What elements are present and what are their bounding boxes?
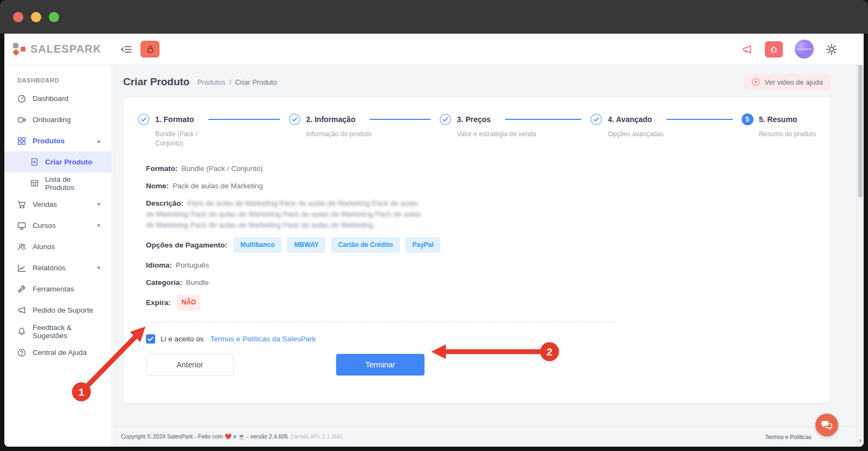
summary-idioma: Idioma: Português bbox=[146, 260, 816, 270]
scrollbar-thumb[interactable] bbox=[858, 46, 863, 198]
step-label: 3. Preços bbox=[457, 115, 490, 124]
previous-button[interactable]: Anterior bbox=[146, 354, 234, 376]
announcements-button[interactable] bbox=[742, 44, 753, 55]
grid-icon bbox=[17, 137, 26, 145]
salespark-logo[interactable]: SALESPARK bbox=[4, 42, 112, 56]
chat-bubbles-icon bbox=[821, 420, 833, 430]
step-connector bbox=[666, 119, 733, 120]
summary-pagamento: Opções de Pagamento: Multibanco MBWAY Ca… bbox=[146, 237, 816, 253]
breadcrumb-parent[interactable]: Produtos bbox=[197, 78, 225, 86]
question-circle-icon bbox=[17, 348, 26, 357]
help-video-label: Ver video de ajuda bbox=[764, 78, 823, 86]
scrollbar-down-arrow[interactable]: ▼ bbox=[857, 439, 864, 443]
breadcrumb: Produtos / Criar Produto bbox=[197, 78, 277, 86]
wizard-actions: Anterior Terminar bbox=[146, 354, 615, 376]
chevron-down-icon: ▼ bbox=[96, 265, 101, 271]
window-scrollbar[interactable]: ▲ ▼ bbox=[857, 34, 864, 447]
wrench-icon bbox=[17, 285, 26, 294]
sidebar-item-onboarding[interactable]: Onboarding bbox=[4, 109, 111, 130]
footer-terms-link[interactable]: Termos e Políticas bbox=[765, 434, 812, 440]
step-formato-header[interactable]: 1. Formato bbox=[138, 113, 289, 125]
main-content: Criar Produto Produtos / Criar Produto V… bbox=[112, 65, 857, 447]
summary-categoria: Categoria: Bundle bbox=[146, 277, 816, 288]
gauge-icon bbox=[17, 94, 26, 103]
summary-descricao: Descrição:Pack de aulas de Marketing Pac… bbox=[146, 198, 428, 231]
sidebar-item-feedback-sugestoes[interactable]: Feedback & Sugestões bbox=[4, 321, 111, 342]
finish-button[interactable]: Terminar bbox=[336, 354, 425, 376]
field-label: Opções de Pagamento: bbox=[146, 240, 227, 250]
sidebar-item-vendas[interactable]: Vendas ▼ bbox=[4, 194, 111, 215]
payment-badge-mbway: MBWAY bbox=[287, 237, 326, 253]
monitor-icon bbox=[17, 221, 26, 230]
file-plus-icon bbox=[30, 158, 39, 166]
megaphone-icon bbox=[17, 306, 26, 315]
bell-icon bbox=[17, 327, 26, 336]
wizard-stepper: 1. Formato Bundle (Pack / Conjunto) 2. I… bbox=[138, 113, 816, 148]
chevron-down-icon: ▼ bbox=[96, 223, 101, 228]
maximize-window-button[interactable] bbox=[49, 12, 59, 22]
lock-button[interactable] bbox=[141, 41, 159, 58]
step-connector bbox=[208, 119, 280, 120]
step-connector bbox=[505, 119, 582, 120]
step-resumo-header[interactable]: 5 5. Resumo bbox=[742, 113, 816, 125]
user-avatar[interactable]: SALESPARK bbox=[795, 40, 814, 59]
sidebar-item-alunos[interactable]: Alunos bbox=[4, 236, 111, 257]
sidebar-item-central-de-ajuda[interactable]: Central de Ajuda bbox=[4, 342, 111, 363]
summary-expira: Expira: NÃO bbox=[146, 295, 816, 310]
sidebar-item-label: Alunos bbox=[33, 243, 55, 251]
page-title: Criar Produto bbox=[123, 76, 189, 88]
sidebar-item-label: Vendas bbox=[33, 200, 57, 208]
video-icon bbox=[17, 116, 26, 124]
sidebar-item-relatorios[interactable]: Relatórios ▼ bbox=[4, 257, 111, 278]
field-value: Bundle bbox=[186, 277, 209, 288]
step-label: 2. Informação bbox=[306, 115, 355, 124]
sidebar-item-criar-produto[interactable]: Criar Produto bbox=[4, 151, 111, 173]
step-avancado: 4. Avançado Opções avançadas bbox=[590, 113, 741, 139]
minimize-window-button[interactable] bbox=[31, 12, 41, 22]
sidebar-item-label: Feedback & Sugestões bbox=[33, 323, 101, 340]
megaphone-icon bbox=[742, 44, 753, 55]
summary-nome: Nome: Pack de aulas de Marketing bbox=[146, 181, 816, 191]
summary-formato: Formato: Bundle (Pack / Conjunto) bbox=[146, 163, 816, 174]
sidebar-item-lista-de-produtos[interactable]: Lista de Produtos bbox=[4, 173, 111, 194]
sidebar-item-label: Cursos bbox=[33, 221, 56, 230]
chart-icon bbox=[17, 264, 26, 272]
sidebar-item-cursos[interactable]: Cursos ▼ bbox=[4, 215, 111, 236]
terms-policies-link[interactable]: Termos e Políticas da SalesPark bbox=[210, 335, 316, 343]
students-icon bbox=[17, 243, 26, 251]
product-summary: Formato: Bundle (Pack / Conjunto) Nome: … bbox=[146, 163, 816, 376]
step-subtitle: Valor e estratégia de venda bbox=[457, 130, 552, 139]
sidebar-item-ferramentas[interactable]: Ferramentas bbox=[4, 278, 111, 300]
field-label: Expira: bbox=[146, 297, 171, 308]
step-precos: 3. Preços Valor e estratégia de venda bbox=[439, 113, 590, 139]
settings-button[interactable] bbox=[826, 43, 838, 55]
step-informacao-header[interactable]: 2. Informação bbox=[289, 113, 439, 125]
chat-fab-button[interactable] bbox=[815, 414, 838, 436]
step-done-check-icon bbox=[590, 113, 602, 125]
payment-badge-paypal: PayPal bbox=[405, 237, 441, 253]
gear-icon bbox=[826, 43, 838, 55]
step-formato: 1. Formato Bundle (Pack / Conjunto) bbox=[138, 113, 289, 148]
step-avancado-header[interactable]: 4. Avançado bbox=[590, 113, 741, 125]
step-subtitle: Opções avançadas bbox=[608, 130, 703, 139]
field-label: Idioma: bbox=[146, 260, 172, 270]
sidebar-item-pedido-de-suporte[interactable]: Pedido de Suporte bbox=[4, 300, 111, 321]
app-window: SALESPARK SALESPARK bbox=[4, 34, 864, 447]
step-subtitle: Resumo do produto bbox=[759, 130, 816, 139]
close-window-button[interactable] bbox=[13, 12, 23, 22]
sidebar-item-produtos[interactable]: Produtos ▲ bbox=[4, 130, 111, 151]
payment-badges: Multibanco MBWAY Cartão de Crédito PayPa… bbox=[233, 237, 441, 253]
help-video-button[interactable]: Ver video de ajuda bbox=[744, 74, 831, 90]
api-version-text: (Versão API: 2.1.966) bbox=[291, 434, 342, 440]
collapse-sidebar-icon bbox=[120, 45, 132, 54]
sidebar-item-label: Produtos bbox=[33, 137, 65, 145]
copyright-text: Copyright © 2024 SalesPark - Feito com ❤… bbox=[121, 433, 288, 440]
sidebar-item-label: Lista de Produtos bbox=[45, 175, 101, 192]
sidebar-toggle-button[interactable] bbox=[120, 45, 132, 54]
sidebar-item-dashboard[interactable]: Dashboard bbox=[4, 88, 111, 109]
step-precos-header[interactable]: 3. Preços bbox=[439, 113, 590, 125]
terms-agreement-row: Li e aceito os Termos e Políticas da Sal… bbox=[146, 334, 816, 344]
terms-checkbox[interactable] bbox=[146, 334, 155, 344]
wizard-card: 1. Formato Bundle (Pack / Conjunto) 2. I… bbox=[123, 97, 831, 403]
report-bug-button[interactable] bbox=[765, 41, 783, 58]
